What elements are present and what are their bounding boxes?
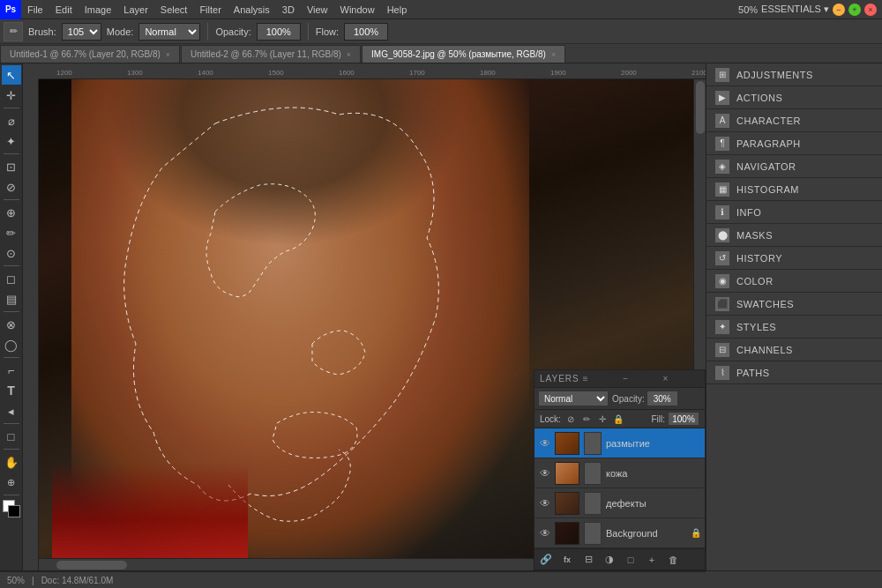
- tool-shape[interactable]: □: [2, 427, 21, 446]
- maximize-button[interactable]: +: [848, 4, 861, 16]
- history-icon: ↺: [715, 251, 729, 265]
- panel-histogram[interactable]: ▦ HISTOGRAM: [706, 178, 882, 201]
- layer-adj-btn[interactable]: ◑: [602, 552, 617, 568]
- layer-visibility-1[interactable]: 👁: [538, 466, 552, 480]
- lock-pixels-btn[interactable]: ✏: [580, 413, 593, 425]
- panel-swatches[interactable]: ⬛ SWATCHES: [706, 293, 882, 316]
- tool-dodge[interactable]: ◯: [2, 335, 21, 354]
- panel-history[interactable]: ↺ HISTORY: [706, 247, 882, 270]
- layer-new-btn[interactable]: +: [644, 552, 660, 568]
- color-swatch[interactable]: [3, 500, 20, 517]
- panel-info[interactable]: ℹ INFO: [706, 201, 882, 224]
- opacity-value-input[interactable]: [647, 391, 678, 406]
- layer-mask-thumb-0: [584, 432, 602, 455]
- layers-close-btn[interactable]: ×: [663, 374, 699, 383]
- background-color[interactable]: [8, 505, 20, 517]
- lock-all-btn[interactable]: 🔒: [612, 413, 624, 425]
- panel-paths[interactable]: ⌇ PATHS: [706, 361, 882, 384]
- layer-fx-btn[interactable]: fx: [559, 552, 575, 568]
- tool-path-selection[interactable]: ◂: [2, 401, 21, 421]
- layer-row-1[interactable]: 👁 кожа: [534, 458, 705, 488]
- layers-header: LAYERS ≡ − ×: [534, 370, 705, 388]
- blend-mode-select[interactable]: Normal Multiply Screen: [538, 391, 609, 406]
- layer-row-3[interactable]: 👁 Background 🔒: [534, 518, 705, 548]
- minimize-button[interactable]: −: [833, 4, 845, 16]
- ruler-label: 2000: [621, 69, 637, 77]
- tool-blur[interactable]: ⊗: [2, 315, 21, 334]
- tool-text[interactable]: T: [2, 381, 21, 400]
- tab-1[interactable]: Untitled-2 @ 66.7% (Layer 11, RGB/8) ×: [181, 45, 361, 63]
- layer-visibility-3[interactable]: 👁: [538, 526, 552, 540]
- layer-visibility-2[interactable]: 👁: [538, 496, 552, 510]
- layer-mask-thumb-2: [584, 492, 602, 515]
- tool-healing[interactable]: ⊕: [2, 203, 21, 222]
- tab-0[interactable]: Untitled-1 @ 66.7% (Layer 20, RGB/8) ×: [0, 45, 180, 63]
- tab-2[interactable]: IMG_9058-2.jpg @ 50% (размытие, RGB/8) ×: [362, 45, 565, 63]
- layer-name-3: Background: [606, 528, 691, 539]
- panel-masks[interactable]: ⬤ MASKS: [706, 224, 882, 247]
- tool-selection[interactable]: ↖: [2, 65, 21, 85]
- menu-3d[interactable]: 3D: [276, 0, 301, 19]
- panel-color[interactable]: ◉ COLOR: [706, 270, 882, 293]
- tool-sep2: [4, 153, 19, 154]
- menu-select[interactable]: Select: [154, 0, 194, 19]
- brush-select[interactable]: 105: [62, 23, 101, 41]
- layer-row-0[interactable]: 👁 размытие: [534, 428, 705, 458]
- hscroll-thumb[interactable]: [56, 561, 127, 569]
- lock-transparent-btn[interactable]: ⊘: [564, 413, 577, 425]
- tool-zoom[interactable]: ⊕: [2, 473, 21, 492]
- vscroll-thumb[interactable]: [696, 81, 705, 134]
- panel-adjustments[interactable]: ⊞ ADJUSTMENTS: [706, 63, 882, 86]
- tool-eyedropper[interactable]: ⊘: [2, 177, 21, 197]
- menu-analysis[interactable]: Analysis: [228, 0, 276, 19]
- tool-pen[interactable]: ⌐: [2, 361, 21, 380]
- tool-clone[interactable]: ⊙: [2, 243, 21, 263]
- layers-options-btn[interactable]: ≡: [583, 374, 619, 383]
- menu-filter[interactable]: Filter: [193, 0, 227, 19]
- flow-input[interactable]: [344, 23, 388, 41]
- menu-layer[interactable]: Layer: [117, 0, 154, 19]
- close-button[interactable]: ×: [864, 4, 877, 16]
- opacity-input[interactable]: [257, 23, 301, 41]
- layers-title: LAYERS: [540, 374, 579, 383]
- layer-row-2[interactable]: 👁 дефекты: [534, 488, 705, 518]
- tool-crop[interactable]: ⊡: [2, 157, 21, 176]
- zoom-value: 50%: [7, 576, 25, 585]
- fill-value-input[interactable]: [668, 412, 699, 426]
- lock-position-btn[interactable]: ✛: [596, 413, 609, 425]
- tool-magic-wand[interactable]: ✦: [2, 131, 21, 151]
- layer-link-btn[interactable]: 🔗: [538, 552, 554, 568]
- layer-visibility-0[interactable]: 👁: [538, 436, 552, 450]
- tool-lasso[interactable]: ⌀: [2, 111, 21, 130]
- tool-eraser[interactable]: ◻: [2, 269, 21, 288]
- layer-delete-btn[interactable]: 🗑: [665, 552, 681, 568]
- tab-close-0[interactable]: ×: [166, 50, 170, 59]
- panel-channels[interactable]: ⊟ CHANNELS: [706, 339, 882, 361]
- tool-hand[interactable]: ✋: [2, 452, 21, 472]
- menu-window[interactable]: Window: [334, 0, 381, 19]
- tool-brush[interactable]: ✏: [2, 223, 21, 242]
- menu-file[interactable]: File: [21, 0, 49, 19]
- tab-close-1[interactable]: ×: [347, 50, 351, 59]
- panel-styles[interactable]: ✦ STYLES: [706, 316, 882, 339]
- ruler-label: 2100: [691, 69, 706, 77]
- tab-close-2[interactable]: ×: [551, 50, 556, 59]
- panel-paragraph[interactable]: ¶ PARAGRAPH: [706, 132, 882, 155]
- menu-image[interactable]: Image: [78, 0, 118, 19]
- panel-actions[interactable]: ▶ ACTIONS: [706, 86, 882, 109]
- mode-select[interactable]: Normal: [138, 23, 200, 41]
- tool-gradient[interactable]: ▤: [2, 289, 21, 309]
- layers-list: 👁 размытие 👁 кожа 👁 дефекты 👁 Background…: [534, 428, 705, 548]
- masks-label: MASKS: [736, 230, 773, 241]
- layers-minimize-btn[interactable]: −: [623, 374, 659, 383]
- menu-view[interactable]: View: [301, 0, 334, 19]
- panel-character[interactable]: A CHARACTER: [706, 109, 882, 132]
- tool-move[interactable]: ✛: [2, 86, 21, 105]
- menu-edit[interactable]: Edit: [49, 0, 78, 19]
- essentials-button[interactable]: ESSENTIALS ▾: [761, 4, 829, 15]
- color-label: COLOR: [736, 276, 774, 287]
- menu-help[interactable]: Help: [381, 0, 414, 19]
- layer-group-btn[interactable]: □: [623, 552, 639, 568]
- panel-navigator[interactable]: ◈ NAVIGATOR: [706, 155, 882, 178]
- layer-mask-btn[interactable]: ⊟: [580, 552, 596, 568]
